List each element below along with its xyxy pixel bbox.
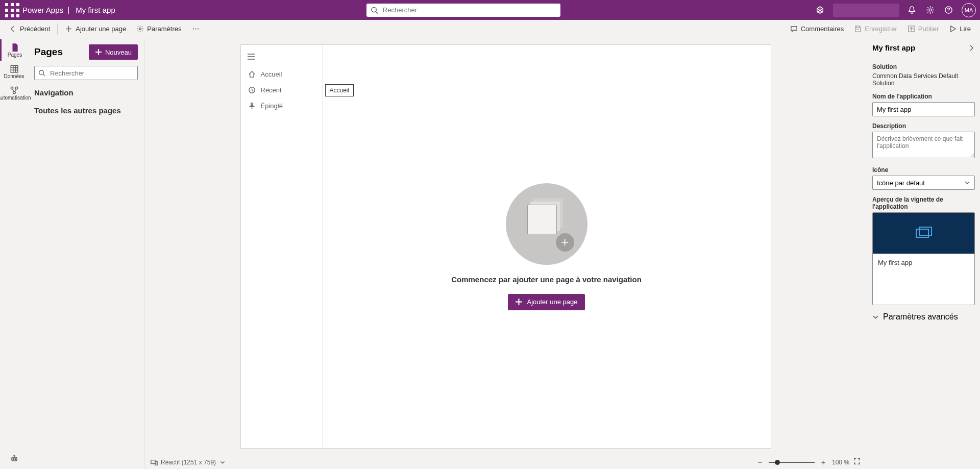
more-icon: [192, 25, 200, 33]
plus-icon: [65, 25, 72, 33]
workspace: Pages Données Automatisation Pages Nouve…: [0, 38, 980, 469]
svg-point-17: [195, 28, 196, 29]
solution-value: Common Data Services Default Solution: [872, 72, 975, 87]
pages-group-other: Toutes les autres pages: [28, 100, 144, 118]
rail-automation-label: Automatisation: [0, 95, 31, 101]
back-button[interactable]: Précédent: [4, 21, 55, 37]
svg-rect-5: [16, 9, 19, 12]
publish-icon: [908, 25, 915, 33]
svg-point-25: [11, 87, 13, 89]
environment-icon[interactable]: [812, 2, 829, 19]
appname-label: Nom de l'application: [872, 93, 975, 100]
search-icon: [38, 69, 45, 77]
properties-header: My first app: [872, 43, 975, 57]
svg-line-29: [15, 89, 16, 91]
app-launcher-icon[interactable]: [4, 2, 20, 18]
comments-button[interactable]: Commentaires: [785, 21, 849, 37]
rail-pages[interactable]: Pages: [0, 39, 28, 61]
chevron-right-icon[interactable]: [968, 44, 975, 52]
preview-nav-recent-label: Récent: [261, 86, 282, 94]
svg-point-31: [13, 459, 14, 460]
icon-label: Icône: [872, 166, 975, 174]
responsive-toggle[interactable]: Réactif (1251 x 759): [151, 459, 226, 466]
help-icon[interactable]: [940, 2, 958, 19]
publish-label: Publier: [918, 25, 939, 33]
notifications-icon[interactable]: [903, 2, 921, 19]
preview-hamburger[interactable]: [241, 49, 322, 66]
zoom-out-button[interactable]: −: [755, 458, 765, 467]
command-bar: Précédent Ajouter une page Paramètres Co…: [0, 20, 980, 38]
save-button[interactable]: Enregistrer: [849, 21, 902, 37]
app-tile-icon: [915, 227, 933, 240]
svg-rect-3: [5, 9, 8, 12]
svg-rect-47: [916, 229, 928, 237]
environment-pill[interactable]: [833, 4, 899, 17]
save-icon: [854, 25, 862, 33]
svg-rect-8: [16, 14, 19, 17]
svg-point-37: [39, 70, 44, 75]
bot-icon: [10, 454, 19, 463]
user-avatar[interactable]: MA: [962, 3, 976, 17]
publish-button[interactable]: Publier: [902, 21, 944, 37]
responsive-icon: [151, 459, 158, 466]
canvas-wrap: Accueil Récent Accueil Épinglé Commencez…: [144, 38, 867, 469]
canvas-area: Accueil Récent Accueil Épinglé Commencez…: [144, 38, 867, 455]
zoom-controls: − + 100 %: [755, 458, 861, 467]
description-label: Description: [872, 122, 975, 130]
icon-select[interactable]: Icône par défaut: [872, 176, 975, 190]
svg-point-32: [15, 459, 16, 460]
save-label: Enregistrer: [865, 25, 897, 33]
plus-icon: [515, 298, 523, 306]
empty-state-illustration: [506, 183, 587, 265]
svg-rect-0: [5, 3, 8, 6]
svg-rect-7: [11, 14, 14, 17]
rail-data[interactable]: Données: [0, 61, 28, 82]
status-bar: Réactif (1251 x 759) − + 100 %: [144, 455, 867, 469]
svg-line-10: [376, 11, 378, 13]
pages-panel: Pages Nouveau Navigation Toutes les autr…: [28, 38, 144, 469]
svg-line-38: [43, 75, 45, 77]
thumbnail-caption: My first app: [873, 254, 974, 305]
global-search: [366, 4, 560, 17]
chevron-down-icon: [872, 314, 879, 320]
rail-automation[interactable]: Automatisation: [0, 82, 28, 104]
play-button[interactable]: Lire: [944, 21, 976, 37]
pages-search: [34, 66, 138, 80]
topbar: Power Apps | My first app MA: [0, 0, 980, 20]
zoom-slider[interactable]: [769, 462, 815, 463]
new-page-button[interactable]: Nouveau: [89, 44, 138, 60]
description-textarea[interactable]: [872, 132, 975, 158]
add-page-button[interactable]: Ajouter une page: [60, 21, 131, 37]
add-page-label: Ajouter une page: [76, 25, 126, 33]
svg-rect-48: [919, 227, 932, 235]
rail-agent[interactable]: [0, 449, 28, 469]
fit-to-screen-button[interactable]: [853, 458, 861, 466]
settings-button[interactable]: Paramètres: [131, 21, 186, 37]
svg-point-11: [929, 9, 932, 11]
page-icon: [10, 43, 19, 52]
separator: [57, 23, 58, 35]
advanced-settings-label: Paramètres avancés: [883, 312, 958, 322]
preview-nav-home[interactable]: Accueil: [241, 66, 322, 82]
svg-rect-2: [16, 3, 19, 6]
overflow-button[interactable]: [187, 21, 205, 37]
tooltip: Accueil: [325, 84, 354, 96]
product-name[interactable]: Power Apps: [20, 6, 63, 14]
empty-add-page-button[interactable]: Ajouter une page: [508, 294, 584, 310]
preview-nav-pinned[interactable]: Épinglé: [241, 98, 322, 114]
appname-input[interactable]: [872, 102, 975, 116]
gear-icon: [136, 25, 144, 33]
pages-search-input[interactable]: [34, 66, 138, 80]
topbar-right: MA: [812, 2, 976, 19]
preview-main: Commencez par ajouter une page à votre n…: [323, 45, 771, 448]
zoom-in-button[interactable]: +: [819, 458, 828, 467]
global-search-input[interactable]: [366, 4, 560, 17]
settings-icon[interactable]: [922, 2, 939, 19]
svg-point-18: [198, 28, 199, 29]
svg-point-26: [15, 87, 18, 89]
preview-nav-recent[interactable]: Récent Accueil: [241, 82, 322, 98]
zoom-thumb[interactable]: [775, 460, 780, 465]
advanced-settings-toggle[interactable]: Paramètres avancés: [872, 312, 975, 322]
responsive-label: Réactif (1251 x 759): [161, 459, 216, 466]
left-rail: Pages Données Automatisation: [0, 38, 28, 469]
